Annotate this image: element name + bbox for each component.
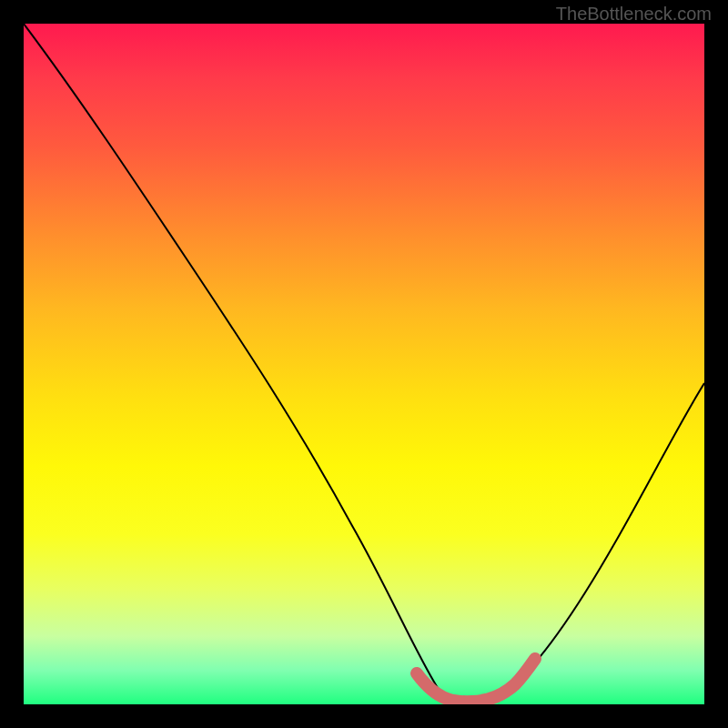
optimal-zone-highlight bbox=[417, 659, 535, 702]
bottleneck-curve bbox=[24, 24, 704, 703]
watermark-text: TheBottleneck.com bbox=[556, 4, 712, 25]
chart-plot-area bbox=[24, 24, 704, 704]
chart-svg bbox=[24, 24, 704, 704]
